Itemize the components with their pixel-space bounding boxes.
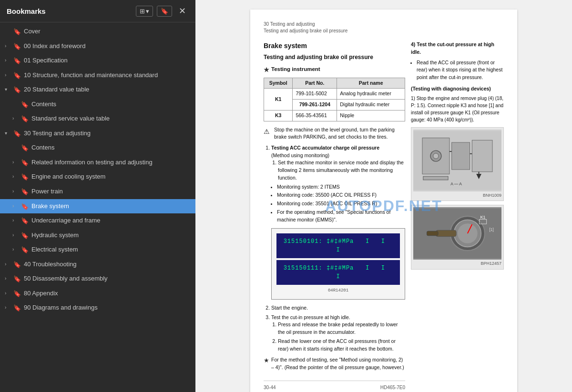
sidebar-item-00-index[interactable]: ›🔖00 Index and foreword — [0, 39, 195, 54]
sidebar-item-01-spec[interactable]: ›🔖01 Specification — [0, 53, 195, 68]
sidebar-bookmark-button[interactable]: 🔖 — [157, 6, 172, 17]
table-cell-partname-k1b: Digital hydraulic meter — [337, 100, 405, 111]
bookmark-leaf-icon: 🔖 — [13, 304, 21, 312]
image1-caption: BNH1009 — [413, 192, 501, 199]
svg-text:K1: K1 — [480, 215, 485, 220]
sidebar-item-40-trouble[interactable]: ›🔖40 Troubleshooting — [0, 257, 195, 272]
sidebar-item-cover[interactable]: 🔖Cover — [0, 24, 195, 39]
bookmark-leaf-icon: 🔖 — [13, 130, 21, 138]
table-cell-partno-k3: 566-35-43561 — [293, 110, 337, 121]
bullet-4: For the operating method, see "Special f… — [277, 209, 405, 224]
chevron-icon: ▾ — [5, 130, 12, 137]
sidebar-item-label: Cover — [24, 27, 191, 36]
mechanical-diagram-box: A — A BNH1009 — [411, 127, 504, 201]
sidebar-item-20-ssvt[interactable]: ›🔖Standard service value table — [0, 111, 195, 126]
sidebar-item-20-std[interactable]: ▾🔖20 Standard value table — [0, 82, 195, 97]
photo-svg: K1 [1] — [413, 207, 501, 260]
chevron-icon: › — [12, 115, 20, 122]
sidebar-item-30-engine[interactable]: ›🔖Engine and cooling system — [0, 170, 195, 184]
table-cell-symbol-k1: K1 — [264, 89, 293, 111]
sidebar-item-30-power[interactable]: ›🔖Power train — [0, 184, 195, 199]
chevron-icon: › — [5, 261, 12, 268]
table-header-partname: Part name — [337, 78, 405, 89]
sidebar-item-10-structure[interactable]: ›🔖10 Structure, function and maintenance… — [0, 68, 195, 83]
sidebar-close-button[interactable]: ✕ — [176, 5, 189, 17]
sidebar-item-label: 10 Structure, function and maintenance s… — [24, 71, 191, 80]
sidebar-item-label: 30 Testing and adjusting — [24, 129, 191, 138]
table-row: K3 566-35-43561 Nipple — [264, 110, 405, 121]
bookmark-leaf-icon: 🔖 — [13, 42, 21, 51]
sidebar-item-label: Related information on testing and adjus… — [31, 158, 191, 167]
sidebar-item-label: 80 Appendix — [24, 289, 191, 298]
page-content-wrapper: Brake system Testing and adjusting brake… — [264, 41, 504, 391]
bookmark-leaf-icon: 🔖 — [21, 217, 29, 225]
chevron-icon: › — [5, 72, 12, 79]
bookmark-leaf-icon: 🔖 — [13, 28, 21, 36]
bookmark-leaf-icon: 🔖 — [21, 115, 29, 123]
main-content: 30 Testing and adjusting Testing and adj… — [195, 0, 572, 392]
bullet-2: Monitoring code: 35500 (ACC OIL PRESS F) — [277, 191, 405, 199]
main-column: Brake system Testing and adjusting brake… — [264, 41, 405, 391]
chevron-icon: › — [5, 43, 12, 50]
photo-diagram: K1 [1] — [413, 207, 501, 260]
star-icon-footer: ★ — [264, 356, 269, 371]
step3-sub2: Read the lower one of the ACC oil pressu… — [278, 338, 405, 353]
diag-step1: 1) Stop the engine and remove plug (4) (… — [411, 95, 504, 123]
step-2: Start the engine. — [271, 304, 405, 312]
sidebar-item-30-hydraulic[interactable]: ›🔖Hydraulic system — [0, 228, 195, 243]
monitor-id: 04R14201 — [276, 288, 400, 294]
sidebar: Bookmarks ⊞ ▾ 🔖 ✕ 🔖Cover›🔖00 Index and f… — [0, 0, 195, 392]
sidebar-item-20-contents[interactable]: 🔖Contents — [0, 97, 195, 112]
sidebar-item-80-appendix[interactable]: ›🔖80 Appendix — [0, 286, 195, 301]
footer-note: ★ For the method of testing, see "Method… — [264, 356, 405, 371]
sidebar-toolbar: ⊞ ▾ 🔖 ✕ — [136, 5, 189, 17]
photo-box: K1 [1] BPH12457 — [411, 205, 504, 270]
sidebar-item-30-undercarriage[interactable]: ›🔖Undercarriage and frame — [0, 213, 195, 228]
bullet-1: Monitoring system: 2 ITEMS — [277, 183, 405, 191]
bookmark-leaf-icon: 🔖 — [13, 86, 21, 94]
footer-page: 30-44 — [264, 384, 276, 391]
bookmark-icon: 🔖 — [161, 8, 168, 15]
image2-caption: BPH12457 — [413, 261, 501, 267]
bookmark-leaf-icon: 🔖 — [21, 144, 29, 152]
bookmark-leaf-icon: 🔖 — [21, 202, 29, 211]
subsection-title: Testing and adjusting brake oil pressure — [264, 53, 405, 61]
bookmark-leaf-icon: 🔖 — [21, 188, 29, 196]
step3-sub1: Press and release the brake pedal repeat… — [278, 321, 405, 336]
mechanical-diagram: A — A — [413, 130, 501, 191]
step1-bullets: Monitoring system: 2 ITEMS Monitoring co… — [277, 183, 405, 224]
svg-rect-8 — [423, 176, 448, 180]
step4-bullet1: Read the ACC oil pressure (front or rear… — [417, 59, 504, 81]
svg-text:A — A: A — A — [450, 181, 462, 186]
sidebar-item-label: Contens — [31, 143, 191, 152]
sidebar-item-label: Standard service value table — [31, 114, 191, 123]
table-cell-partno-k1b: 799-261-1204 — [293, 100, 337, 111]
bookmark-leaf-icon: 🔖 — [13, 261, 21, 269]
sidebar-item-30-electrical[interactable]: ›🔖Electrical system — [0, 242, 195, 257]
sidebar-item-90-diagrams[interactable]: ›🔖90 Diagrams and drawings — [0, 301, 195, 315]
sidebar-list-button[interactable]: ⊞ ▾ — [136, 6, 153, 17]
side-column: 4) Test the cut-out pressure at high idl… — [411, 41, 504, 391]
section-title: Brake system — [264, 41, 405, 51]
sidebar-item-30-brake[interactable]: ›🔖Brake system — [0, 199, 195, 214]
sidebar-title: Bookmarks — [7, 7, 46, 15]
sidebar-item-label: Hydraulic system — [31, 231, 191, 240]
sidebar-item-30-related[interactable]: ›🔖Related information on testing and adj… — [0, 155, 195, 170]
sidebar-item-30-testing[interactable]: ▾🔖30 Testing and adjusting — [0, 126, 195, 141]
warning-icon: ⚠ — [264, 127, 271, 141]
step4-number: 4) Test the cut-out pressure at high idl… — [411, 41, 504, 56]
sidebar-item-50-disassembly[interactable]: ›🔖50 Disassembly and assembly — [0, 271, 195, 286]
chevron-icon: › — [5, 275, 12, 282]
svg-rect-3 — [472, 140, 492, 171]
sidebar-item-label: 40 Troubleshooting — [24, 260, 191, 269]
doc-footer: 30-44 HD465-7E0 — [264, 381, 405, 391]
step3-substeps: Press and release the brake pedal repeat… — [278, 321, 405, 352]
monitor-display-box: 315150101: ‡#‡#MPa I I I 315150111: ‡#‡#… — [271, 228, 405, 300]
sidebar-item-label: Power train — [31, 187, 191, 196]
svg-rect-16 — [436, 230, 456, 236]
table-cell-partname-k3: Nipple — [337, 110, 405, 121]
svg-text:[1]: [1] — [489, 227, 493, 232]
list-icon: ⊞ — [140, 8, 145, 15]
bookmark-leaf-icon: 🔖 — [21, 231, 29, 240]
sidebar-item-30-contents[interactable]: 🔖Contens — [0, 141, 195, 155]
